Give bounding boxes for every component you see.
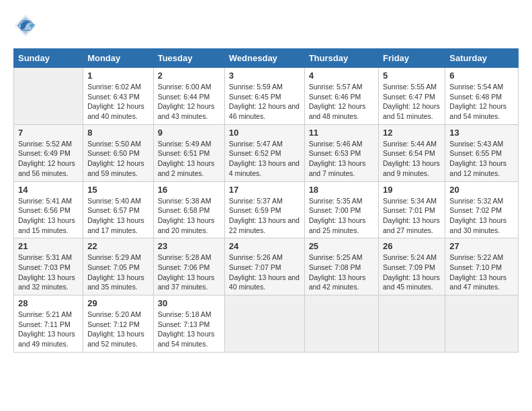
- day-info: Sunrise: 5:34 AMSunset: 7:01 PMDaylight:…: [383, 196, 441, 236]
- day-info: Sunrise: 5:46 AMSunset: 6:53 PMDaylight:…: [309, 139, 374, 179]
- day-cell: 6Sunrise: 5:54 AMSunset: 6:48 PMDaylight…: [445, 68, 519, 125]
- day-cell: 3Sunrise: 5:59 AMSunset: 6:45 PMDaylight…: [224, 68, 304, 125]
- day-info: Sunrise: 5:28 AMSunset: 7:06 PMDaylight:…: [158, 253, 220, 292]
- day-info: Sunrise: 5:59 AMSunset: 6:45 PMDaylight:…: [229, 82, 300, 122]
- day-info: Sunrise: 5:20 AMSunset: 7:12 PMDaylight:…: [87, 310, 149, 349]
- day-cell: 17Sunrise: 5:37 AMSunset: 6:59 PMDayligh…: [224, 181, 304, 238]
- day-cell: 26Sunrise: 5:24 AMSunset: 7:09 PMDayligh…: [379, 238, 445, 295]
- day-number: 20: [449, 185, 514, 195]
- week-row-2: 7Sunrise: 5:52 AMSunset: 6:49 PMDaylight…: [14, 124, 519, 181]
- day-info: Sunrise: 5:32 AMSunset: 7:02 PMDaylight:…: [449, 196, 514, 236]
- day-number: 7: [18, 128, 79, 138]
- day-info: Sunrise: 5:40 AMSunset: 6:57 PMDaylight:…: [87, 196, 149, 236]
- day-number: 19: [383, 185, 441, 195]
- day-cell: 12Sunrise: 5:44 AMSunset: 6:54 PMDayligh…: [379, 124, 445, 181]
- header-cell-monday: Monday: [83, 49, 154, 68]
- week-row-3: 14Sunrise: 5:41 AMSunset: 6:56 PMDayligh…: [14, 181, 519, 238]
- day-cell: 14Sunrise: 5:41 AMSunset: 6:56 PMDayligh…: [14, 181, 83, 238]
- day-cell: 9Sunrise: 5:49 AMSunset: 6:51 PMDaylight…: [153, 124, 224, 181]
- calendar-body: 1Sunrise: 6:02 AMSunset: 6:43 PMDaylight…: [14, 68, 519, 353]
- day-number: 27: [449, 241, 514, 251]
- day-cell: 24Sunrise: 5:26 AMSunset: 7:07 PMDayligh…: [224, 238, 304, 295]
- day-info: Sunrise: 5:38 AMSunset: 6:58 PMDaylight:…: [158, 196, 220, 236]
- day-info: Sunrise: 5:37 AMSunset: 6:59 PMDaylight:…: [229, 196, 300, 236]
- day-cell: 2Sunrise: 6:00 AMSunset: 6:44 PMDaylight…: [153, 68, 224, 125]
- day-info: Sunrise: 5:44 AMSunset: 6:54 PMDaylight:…: [383, 139, 441, 179]
- day-cell: 23Sunrise: 5:28 AMSunset: 7:06 PMDayligh…: [153, 238, 224, 295]
- day-cell: 21Sunrise: 5:31 AMSunset: 7:03 PMDayligh…: [14, 238, 83, 295]
- day-cell: 22Sunrise: 5:29 AMSunset: 7:05 PMDayligh…: [83, 238, 154, 295]
- calendar-table: SundayMondayTuesdayWednesdayThursdayFrid…: [13, 48, 519, 353]
- day-cell: [445, 295, 519, 353]
- day-info: Sunrise: 5:26 AMSunset: 7:07 PMDaylight:…: [229, 253, 300, 292]
- header-cell-wednesday: Wednesday: [224, 49, 304, 68]
- day-info: Sunrise: 5:43 AMSunset: 6:55 PMDaylight:…: [449, 139, 514, 179]
- day-cell: 19Sunrise: 5:34 AMSunset: 7:01 PMDayligh…: [379, 181, 445, 238]
- day-number: 11: [309, 128, 374, 138]
- week-row-5: 28Sunrise: 5:21 AMSunset: 7:11 PMDayligh…: [14, 295, 519, 353]
- day-number: 8: [87, 128, 149, 138]
- header-cell-tuesday: Tuesday: [153, 49, 224, 68]
- day-number: 23: [158, 241, 220, 251]
- day-number: 28: [18, 298, 79, 308]
- day-cell: 11Sunrise: 5:46 AMSunset: 6:53 PMDayligh…: [304, 124, 378, 181]
- day-cell: 13Sunrise: 5:43 AMSunset: 6:55 PMDayligh…: [445, 124, 519, 181]
- day-cell: 27Sunrise: 5:22 AMSunset: 7:10 PMDayligh…: [445, 238, 519, 295]
- day-number: 22: [87, 241, 149, 251]
- day-info: Sunrise: 6:00 AMSunset: 6:44 PMDaylight:…: [158, 82, 220, 122]
- day-cell: [224, 295, 304, 353]
- day-cell: 18Sunrise: 5:35 AMSunset: 7:00 PMDayligh…: [304, 181, 378, 238]
- day-info: Sunrise: 5:29 AMSunset: 7:05 PMDaylight:…: [87, 253, 149, 292]
- day-number: 2: [158, 71, 220, 81]
- day-info: Sunrise: 5:55 AMSunset: 6:47 PMDaylight:…: [383, 82, 441, 122]
- day-info: Sunrise: 5:54 AMSunset: 6:48 PMDaylight:…: [449, 82, 514, 122]
- day-number: 14: [18, 185, 79, 195]
- day-number: 18: [309, 185, 374, 195]
- day-cell: 16Sunrise: 5:38 AMSunset: 6:58 PMDayligh…: [153, 181, 224, 238]
- day-cell: 20Sunrise: 5:32 AMSunset: 7:02 PMDayligh…: [445, 181, 519, 238]
- day-number: 5: [383, 71, 441, 81]
- logo-icon: [13, 13, 38, 38]
- day-number: 30: [158, 298, 220, 308]
- calendar-header: SundayMondayTuesdayWednesdayThursdayFrid…: [14, 49, 519, 68]
- day-number: 6: [449, 71, 514, 81]
- day-number: 26: [383, 241, 441, 251]
- day-number: 10: [229, 128, 300, 138]
- day-info: Sunrise: 5:25 AMSunset: 7:08 PMDaylight:…: [309, 253, 374, 292]
- day-info: Sunrise: 5:41 AMSunset: 6:56 PMDaylight:…: [18, 196, 79, 236]
- day-info: Sunrise: 5:47 AMSunset: 6:52 PMDaylight:…: [229, 139, 300, 179]
- day-cell: 10Sunrise: 5:47 AMSunset: 6:52 PMDayligh…: [224, 124, 304, 181]
- day-number: 12: [383, 128, 441, 138]
- day-number: 21: [18, 241, 79, 251]
- day-number: 15: [87, 185, 149, 195]
- header-cell-friday: Friday: [379, 49, 445, 68]
- day-info: Sunrise: 6:02 AMSunset: 6:43 PMDaylight:…: [87, 82, 149, 122]
- day-info: Sunrise: 5:35 AMSunset: 7:00 PMDaylight:…: [309, 196, 374, 236]
- day-cell: 15Sunrise: 5:40 AMSunset: 6:57 PMDayligh…: [83, 181, 154, 238]
- day-cell: [379, 295, 445, 353]
- logo: [13, 13, 40, 38]
- day-info: Sunrise: 5:52 AMSunset: 6:49 PMDaylight:…: [18, 139, 79, 179]
- header-cell-saturday: Saturday: [445, 49, 519, 68]
- header-cell-thursday: Thursday: [304, 49, 378, 68]
- day-number: 1: [87, 71, 149, 81]
- day-number: 24: [229, 241, 300, 251]
- day-cell: 25Sunrise: 5:25 AMSunset: 7:08 PMDayligh…: [304, 238, 378, 295]
- day-number: 17: [229, 185, 300, 195]
- day-cell: [304, 295, 378, 353]
- day-number: 13: [449, 128, 514, 138]
- day-info: Sunrise: 5:24 AMSunset: 7:09 PMDaylight:…: [383, 253, 441, 292]
- day-cell: [14, 68, 83, 125]
- day-number: 9: [158, 128, 220, 138]
- day-number: 16: [158, 185, 220, 195]
- week-row-4: 21Sunrise: 5:31 AMSunset: 7:03 PMDayligh…: [14, 238, 519, 295]
- day-cell: 1Sunrise: 6:02 AMSunset: 6:43 PMDaylight…: [83, 68, 154, 125]
- week-row-1: 1Sunrise: 6:02 AMSunset: 6:43 PMDaylight…: [14, 68, 519, 125]
- day-cell: 28Sunrise: 5:21 AMSunset: 7:11 PMDayligh…: [14, 295, 83, 353]
- day-info: Sunrise: 5:31 AMSunset: 7:03 PMDaylight:…: [18, 253, 79, 292]
- day-number: 4: [309, 71, 374, 81]
- day-number: 29: [87, 298, 149, 308]
- day-info: Sunrise: 5:18 AMSunset: 7:13 PMDaylight:…: [158, 310, 220, 349]
- page-header: [13, 13, 519, 38]
- header-row: SundayMondayTuesdayWednesdayThursdayFrid…: [14, 49, 519, 68]
